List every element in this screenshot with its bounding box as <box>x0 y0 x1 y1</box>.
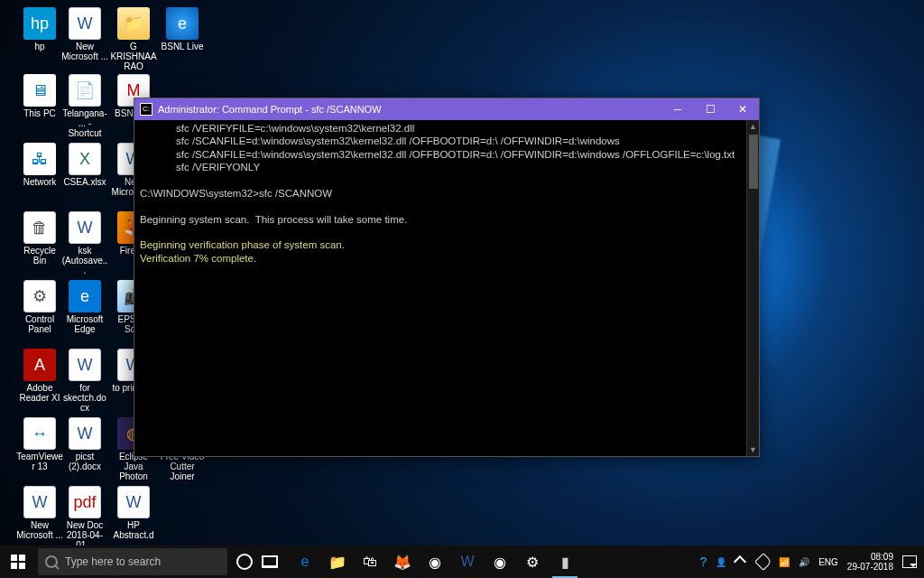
scroll-down-button[interactable]: ▼ <box>747 443 760 456</box>
taskbar-app-chrome-2[interactable]: ◉ <box>484 545 516 578</box>
terminal-line: C:\WINDOWS\system32>sfc /SCANNOW <box>140 187 741 200</box>
search-box[interactable]: Type here to search <box>38 548 227 575</box>
desktop-icon-telangana-shortcut[interactable]: 📄Telangana-... - Shortcut <box>61 74 108 138</box>
terminal-output[interactable]: sfc /VERIFYFILE=c:\windows\system32\kern… <box>134 120 746 456</box>
desktop-icon-microsoft-edge[interactable]: eMicrosoft Edge <box>61 280 108 334</box>
task-view-button[interactable] <box>262 555 278 568</box>
icon-glyph: hp <box>23 7 56 40</box>
taskbar-app-file-explorer[interactable]: 📁 <box>321 545 354 578</box>
icon-glyph: 📄 <box>69 74 101 107</box>
desktop-icon-hp-abstract-d[interactable]: WHP Abstract.d <box>110 486 157 540</box>
terminal-line: Verification 7% complete. <box>140 252 741 265</box>
desktop-icon-ksk-autosave[interactable]: Wksk (Autosave... <box>61 211 108 275</box>
maximize-button[interactable]: ☐ <box>694 98 726 120</box>
icon-label: This PC <box>16 108 63 118</box>
terminal-line: Beginning verification phase of system s… <box>140 238 741 251</box>
taskbar-app-settings[interactable]: ⚙ <box>516 545 549 578</box>
icon-label: Telangana-... - Shortcut <box>61 108 108 138</box>
desktop-icon-network[interactable]: 🖧Network <box>16 143 63 187</box>
icon-label: New Microsoft ... <box>61 42 108 61</box>
icon-glyph: ↔ <box>23 417 56 450</box>
close-button[interactable]: ✕ <box>726 98 759 120</box>
desktop-icon-csea-xlsx[interactable]: XCSEA.xlsx <box>61 143 108 187</box>
terminal-line: Beginning system scan. This process will… <box>140 213 741 226</box>
action-center-icon[interactable] <box>902 555 917 568</box>
taskbar-app-cmd[interactable]: ▮ <box>549 545 581 578</box>
terminal-line <box>140 174 741 187</box>
clock[interactable]: 08:09 29-07-2018 <box>847 552 893 572</box>
desktop-icon-adobe-reader-xi[interactable]: AAdobe Reader XI <box>16 349 63 403</box>
icon-glyph: ⚙ <box>23 280 56 312</box>
icon-label: Microsoft Edge <box>61 314 108 334</box>
desktop-icon-for-skectch-docx[interactable]: Wfor skectch.docx <box>61 349 108 413</box>
icon-glyph: W <box>69 7 101 40</box>
icon-glyph: X <box>69 143 101 175</box>
icon-label: Control Panel <box>16 314 63 334</box>
scrollbar[interactable]: ▲ ▼ <box>746 120 759 456</box>
desktop-icon-new-microsoft[interactable]: WNew Microsoft ... <box>61 7 108 61</box>
taskbar-app-store[interactable]: 🛍 <box>354 545 386 578</box>
scroll-up-button[interactable]: ▲ <box>747 120 760 133</box>
clock-time: 08:09 <box>847 552 893 562</box>
terminal-line: sfc /SCANFILE=d:\windows\system32\kernel… <box>140 135 741 147</box>
terminal-line: sfc /SCANFILE=d:\windows\system32\kernel… <box>140 148 741 161</box>
icon-label: BSNL Live <box>159 42 206 51</box>
cortana-button[interactable] <box>236 554 253 570</box>
icon-glyph: W <box>23 486 56 518</box>
icon-glyph: 🖥 <box>23 74 56 107</box>
taskbar-app-firefox[interactable]: 🦊 <box>386 545 419 578</box>
taskbar-app-chrome[interactable]: ◉ <box>419 545 451 578</box>
icon-glyph: W <box>69 417 101 450</box>
help-icon[interactable]: ? <box>699 555 707 569</box>
language-indicator[interactable]: ENG <box>818 557 838 567</box>
scroll-thumb[interactable] <box>749 135 758 189</box>
icon-label: G KRISHNAA RAO <box>110 42 157 71</box>
icon-label: TeamViewer 13 <box>16 452 63 471</box>
desktop-icon-teamviewer-13[interactable]: ↔TeamViewer 13 <box>16 417 63 471</box>
window-titlebar[interactable]: C: Administrator: Command Prompt - sfc /… <box>134 98 759 120</box>
icon-glyph: pdf <box>69 486 101 518</box>
network-icon[interactable]: 📶 <box>779 557 790 567</box>
icon-glyph: e <box>69 280 101 312</box>
minimize-button[interactable]: ─ <box>661 98 694 120</box>
desktop-icon-picst-2-docx[interactable]: Wpicst (2).docx <box>61 417 108 471</box>
svg-rect-1 <box>19 555 25 561</box>
icon-glyph: W <box>69 211 101 244</box>
icon-glyph: e <box>166 7 199 40</box>
taskbar-app-word[interactable]: W <box>451 545 484 578</box>
icon-glyph: 🖧 <box>23 143 56 175</box>
command-prompt-window[interactable]: C: Administrator: Command Prompt - sfc /… <box>134 98 760 457</box>
desktop-icon-recycle-bin[interactable]: 🗑Recycle Bin <box>16 211 63 266</box>
icon-label: Network <box>16 177 63 187</box>
ink-workspace-icon[interactable] <box>754 553 772 571</box>
taskbar[interactable]: Type here to search e📁🛍🦊◉W◉⚙▮ ? 👤 📶 🔊 EN… <box>0 545 924 578</box>
svg-rect-0 <box>11 555 17 561</box>
desktop-icon-hp[interactable]: hphp <box>16 7 63 51</box>
cmd-icon: C: <box>140 103 152 116</box>
desktop-icon-control-panel[interactable]: ⚙Control Panel <box>16 280 63 334</box>
system-tray[interactable]: ? 👤 📶 🔊 ENG 08:09 29-07-2018 <box>699 552 924 572</box>
icon-glyph: W <box>117 486 150 518</box>
desktop-icon-new-doc-2018-04-01[interactable]: pdfNew Doc 2018-04-01... <box>61 486 108 550</box>
speaker-icon[interactable]: 🔊 <box>799 557 809 567</box>
icon-glyph: 🗑 <box>23 211 56 244</box>
desktop-icon-this-pc[interactable]: 🖥This PC <box>16 74 63 118</box>
taskbar-app-edge[interactable]: e <box>289 545 321 578</box>
svg-rect-3 <box>19 563 25 569</box>
taskbar-apps: e📁🛍🦊◉W◉⚙▮ <box>289 545 581 578</box>
icon-label: for skectch.docx <box>61 383 108 413</box>
desktop-icon-bsnl-live[interactable]: eBSNL Live <box>159 7 206 51</box>
search-placeholder: Type here to search <box>65 555 161 568</box>
people-icon[interactable]: 👤 <box>716 557 726 567</box>
icon-glyph: 📁 <box>117 7 150 40</box>
icon-label: ksk (Autosave... <box>61 246 108 275</box>
icon-label: Recycle Bin <box>16 246 63 266</box>
start-button[interactable] <box>0 545 36 578</box>
icon-label: New Microsoft ... <box>16 520 63 540</box>
desktop-icon-g-krishnaa-rao[interactable]: 📁G KRISHNAA RAO <box>110 7 157 71</box>
tray-overflow-button[interactable] <box>734 555 746 568</box>
icon-glyph: A <box>23 349 56 381</box>
desktop-icon-new-microsoft[interactable]: WNew Microsoft ... <box>16 486 63 540</box>
window-title: Administrator: Command Prompt - sfc /SCA… <box>158 104 382 115</box>
icon-label: CSEA.xlsx <box>61 177 108 187</box>
